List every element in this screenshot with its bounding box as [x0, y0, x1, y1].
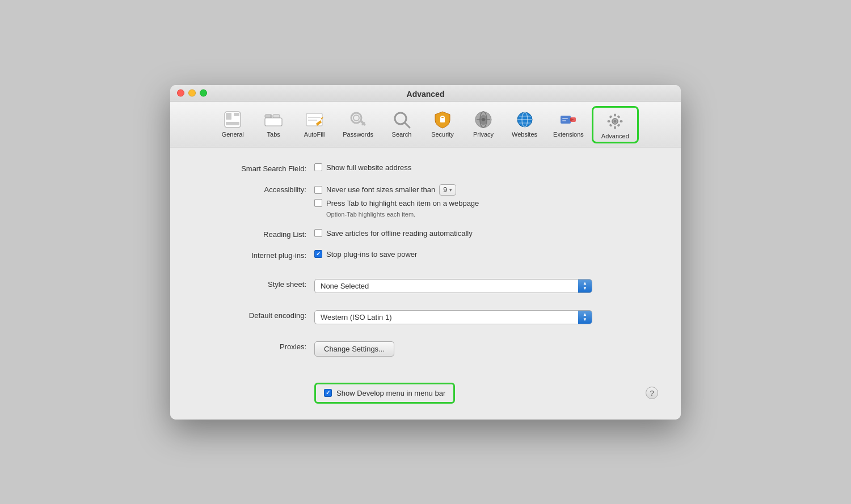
svg-rect-5	[273, 115, 280, 118]
tab-highlight-label: Press Tab to highlight each item on a we…	[326, 199, 479, 207]
chevron-down-icon2: ▼	[583, 286, 587, 291]
svg-rect-42	[617, 124, 620, 126]
advanced-icon	[605, 111, 625, 132]
smart-search-row: Smart Search Field: Show full website ad…	[170, 163, 681, 173]
font-size-text: Never use font sizes smaller than	[326, 185, 435, 194]
proxies-control: Change Settings...	[314, 341, 394, 357]
reading-list-option: Save articles for offline reading automa…	[314, 229, 473, 238]
style-sheet-select[interactable]: None Selected ▲ ▼	[314, 279, 592, 293]
internet-plugins-text: Stop plug-ins to save power	[326, 250, 417, 259]
tab-autofill[interactable]: AutoFill	[294, 106, 335, 143]
svg-point-13	[351, 113, 361, 123]
tab-websites[interactable]: Websites	[504, 106, 545, 143]
tab-autofill-label: AutoFill	[304, 131, 325, 138]
tab-highlight-option: Press Tab to highlight each item on a we…	[314, 199, 479, 207]
accessibility-label: Accessibility:	[193, 184, 306, 194]
tab-advanced-label: Advanced	[601, 133, 629, 139]
svg-rect-38	[614, 126, 616, 129]
svg-rect-35	[562, 120, 566, 121]
default-encoding-label: Default encoding:	[193, 310, 306, 320]
help-button[interactable]: ?	[646, 387, 658, 399]
tab-tabs[interactable]: Tabs	[253, 106, 294, 143]
tab-passwords[interactable]: Passwords	[335, 106, 381, 143]
minimize-button[interactable]	[188, 89, 196, 96]
reading-list-checkbox[interactable]	[314, 229, 322, 237]
tab-security[interactable]: Security	[422, 106, 463, 143]
svg-point-25	[482, 118, 485, 121]
encoding-arrows[interactable]: ▲ ▼	[578, 311, 592, 324]
chevron-up-icon: ▲	[583, 281, 587, 286]
style-sheet-control: None Selected ▲ ▼	[314, 279, 592, 293]
passwords-icon	[348, 109, 368, 130]
style-sheet-value: None Selected	[315, 279, 578, 293]
font-size-checkbox[interactable]	[314, 186, 322, 194]
tab-privacy[interactable]: Privacy	[463, 106, 504, 143]
tab-general-label: General	[222, 131, 244, 138]
svg-point-46	[614, 120, 617, 122]
tabs-icon	[263, 109, 284, 130]
reading-list-row: Reading List: Save articles for offline …	[170, 229, 681, 239]
tab-tabs-label: Tabs	[267, 131, 280, 138]
show-full-address-label: Show full website address	[326, 163, 411, 172]
svg-rect-34	[562, 118, 568, 119]
maximize-button[interactable]	[200, 89, 207, 96]
reading-list-control: Save articles for offline reading automa…	[314, 229, 473, 238]
svg-point-14	[353, 115, 359, 121]
traffic-lights	[177, 89, 207, 96]
internet-plugins-row: Internet plug-ins: Stop plug-ins to save…	[170, 250, 681, 260]
preferences-window: Advanced General	[170, 85, 681, 420]
show-full-address-checkbox[interactable]	[314, 163, 322, 171]
svg-rect-6	[265, 118, 282, 126]
develop-menu-highlighted: Show Develop menu in menu bar	[314, 383, 455, 404]
websites-icon	[515, 109, 535, 130]
develop-menu-checkbox[interactable]	[324, 389, 332, 397]
svg-rect-2	[234, 113, 239, 116]
tab-security-label: Security	[431, 131, 454, 138]
window-title: Advanced	[407, 90, 445, 99]
default-encoding-control: Western (ISO Latin 1) ▲ ▼	[314, 310, 592, 324]
chevron-down-icon: ▾	[449, 187, 452, 193]
internet-plugins-label: Internet plug-ins:	[193, 250, 306, 260]
change-settings-button[interactable]: Change Settings...	[314, 341, 394, 357]
font-size-option: Never use font sizes smaller than 9 ▾	[314, 184, 479, 196]
titlebar: Advanced	[170, 85, 681, 101]
close-button[interactable]	[177, 89, 184, 96]
style-sheet-label: Style sheet:	[193, 279, 306, 289]
reading-list-text: Save articles for offline reading automa…	[326, 229, 473, 238]
tab-search-label: Search	[392, 131, 412, 138]
chevron-down-icon3: ▼	[583, 317, 587, 322]
accessibility-hint: Option-Tab highlights each item.	[326, 211, 479, 218]
svg-rect-3	[226, 122, 239, 125]
svg-rect-31	[561, 116, 571, 124]
tab-search[interactable]: Search	[381, 106, 422, 143]
svg-rect-41	[609, 115, 612, 118]
tab-highlight-checkbox[interactable]	[314, 199, 322, 207]
proxies-label: Proxies:	[193, 341, 306, 351]
svg-rect-44	[609, 124, 612, 126]
default-encoding-select[interactable]: Western (ISO Latin 1) ▲ ▼	[314, 310, 592, 324]
tab-passwords-label: Passwords	[343, 131, 373, 138]
security-icon	[432, 109, 453, 130]
autofill-icon	[304, 109, 325, 130]
style-sheet-arrows[interactable]: ▲ ▼	[578, 279, 592, 293]
develop-menu-row: Show Develop menu in menu bar ?	[170, 374, 681, 404]
extensions-icon	[558, 109, 579, 130]
font-size-dropdown[interactable]: 9 ▾	[439, 184, 456, 196]
chevron-up-icon2: ▲	[583, 312, 587, 317]
tab-general[interactable]: General	[212, 106, 253, 143]
tab-privacy-label: Privacy	[473, 131, 494, 138]
search-icon	[391, 109, 412, 130]
default-encoding-row: Default encoding: Western (ISO Latin 1) …	[170, 310, 681, 324]
tab-extensions[interactable]: Extensions	[545, 106, 592, 143]
settings-content: Smart Search Field: Show full website ad…	[170, 147, 681, 420]
svg-rect-39	[608, 120, 610, 122]
internet-plugins-checkbox[interactable]	[314, 250, 322, 258]
tab-advanced[interactable]: Advanced	[592, 106, 639, 143]
toolbar: General Tabs	[170, 101, 681, 147]
reading-list-label: Reading List:	[193, 229, 306, 239]
privacy-icon	[473, 109, 494, 130]
proxies-row: Proxies: Change Settings...	[170, 341, 681, 357]
svg-rect-40	[620, 120, 622, 122]
accessibility-control: Never use font sizes smaller than 9 ▾ Pr…	[314, 184, 479, 218]
smart-search-option: Show full website address	[314, 163, 411, 172]
